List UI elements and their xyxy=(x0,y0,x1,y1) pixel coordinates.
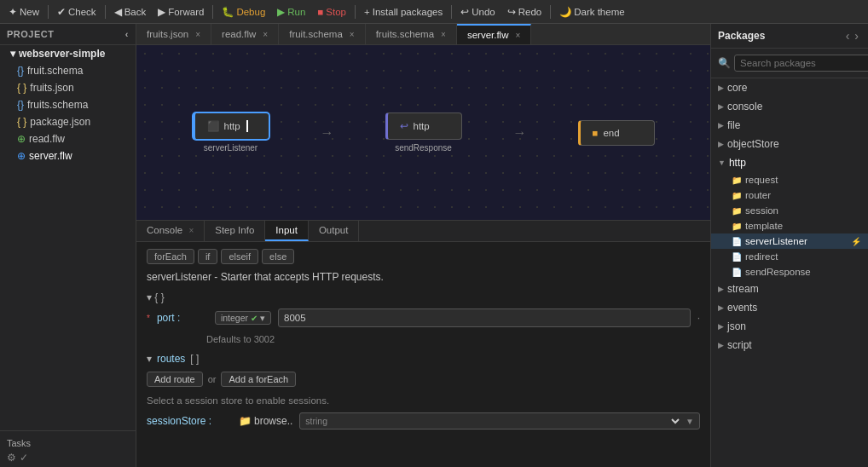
port-input[interactable] xyxy=(278,308,691,327)
back-icon: ◀ xyxy=(114,6,122,18)
sidebar-root-folder[interactable]: ▾ webserver-simple xyxy=(0,45,136,62)
debug-icon: 🐛 xyxy=(222,6,234,18)
pkg-file-label: file xyxy=(727,119,740,131)
session-browse[interactable]: 📁 browse.. xyxy=(239,415,292,427)
panel-tab-input[interactable]: Input xyxy=(265,221,309,241)
or-label: or xyxy=(208,374,217,384)
stop-button[interactable]: ■ Stop xyxy=(312,5,351,19)
forward-button[interactable]: ▶ Forward xyxy=(153,4,209,20)
pkg-console-label: console xyxy=(727,101,762,112)
pkg-sub-sendresponse[interactable]: 📄 sendResponse xyxy=(711,264,868,280)
pkg-category-core[interactable]: ▶ core xyxy=(711,78,868,97)
filter-buttons: forEach if elseif else xyxy=(147,249,700,264)
pkg-sub-serverlistener[interactable]: 📄 serverListener ⚡ xyxy=(711,234,868,249)
pkg-chevron-objectstore: ▶ xyxy=(718,140,724,148)
panel-tab-stepinfo[interactable]: Step Info xyxy=(205,221,265,241)
tasks-icons: ⚙ ✓ xyxy=(7,452,129,464)
add-route-button[interactable]: Add route xyxy=(147,372,203,387)
filter-foreach[interactable]: forEach xyxy=(147,249,194,264)
sidebar-item-fruits-json[interactable]: { } fruits.json xyxy=(0,79,136,96)
sidebar-item-read-flw[interactable]: ⊕ read.flw xyxy=(0,130,136,147)
package-file-icon: { } xyxy=(17,116,26,128)
pkg-chevron-http: ▼ xyxy=(718,159,726,167)
separator-1 xyxy=(48,5,49,19)
sidebar-collapse[interactable]: ‹ xyxy=(125,29,129,39)
pkg-category-http[interactable]: ▼ http xyxy=(711,153,868,172)
pkg-category-script[interactable]: ▶ script xyxy=(711,336,868,355)
port-type-badge[interactable]: integer ✔ ▾ xyxy=(215,311,271,325)
back-button[interactable]: ◀ Back xyxy=(109,4,152,20)
gear-icon[interactable]: ⚙ xyxy=(7,452,16,464)
filter-elseif[interactable]: elseif xyxy=(221,249,258,264)
sidebar-item-fruits-schema[interactable]: {} fruits.schema xyxy=(0,96,136,113)
pkg-nav-left[interactable]: ‹ xyxy=(843,29,853,43)
run-button[interactable]: ▶ Run xyxy=(272,4,310,20)
pkg-category-objectstore[interactable]: ▶ objectStore xyxy=(711,135,868,153)
debug-button[interactable]: 🐛 Debug xyxy=(217,4,270,20)
tab-server-flw[interactable]: server.flw × xyxy=(457,24,531,44)
pkg-sub-router[interactable]: 📁 router xyxy=(711,187,868,203)
close-tab-fruits-schema[interactable]: × xyxy=(441,30,446,39)
pkg-category-console[interactable]: ▶ console xyxy=(711,97,868,116)
check-task-icon[interactable]: ✓ xyxy=(20,452,28,464)
pkg-category-events[interactable]: ▶ events xyxy=(711,298,868,317)
browse-text: browse.. xyxy=(254,415,292,427)
cursor xyxy=(246,120,248,132)
new-button[interactable]: ✦ New xyxy=(3,4,44,20)
tasks-header: Tasks xyxy=(7,435,129,452)
node-end[interactable]: ■ end xyxy=(578,120,655,146)
dark-theme-button[interactable]: 🌙 Dark theme xyxy=(554,4,629,20)
pkg-sub-redirect[interactable]: 📄 redirect xyxy=(711,249,868,264)
node-sendresponse[interactable]: ↩ http xyxy=(385,112,462,140)
close-tab-read-flw[interactable]: × xyxy=(263,30,268,39)
node-wrapper-sendresponse: ↩ http sendResponse xyxy=(385,112,462,153)
sidebar: Project ‹ ▾ webserver-simple {} fruit.sc… xyxy=(0,24,136,467)
sidebar-item-server-flw[interactable]: ⊕ server.flw xyxy=(0,147,136,164)
node-serverlistener[interactable]: ⬛ http xyxy=(193,112,269,140)
pkg-category-json[interactable]: ▶ json xyxy=(711,317,868,336)
add-foreach-button[interactable]: Add a forEach xyxy=(221,372,296,387)
close-tab-fruit-schema[interactable]: × xyxy=(350,30,355,39)
pkg-sub-request[interactable]: 📁 request xyxy=(711,172,868,187)
pkg-nav-right[interactable]: › xyxy=(852,29,861,43)
tab-read-flw[interactable]: read.flw × xyxy=(211,24,279,44)
tasks-section: Tasks ⚙ ✓ xyxy=(0,430,136,467)
pkg-sub-template[interactable]: 📁 template xyxy=(711,218,868,234)
redo-button[interactable]: ↪ Redo xyxy=(502,4,547,20)
stop-icon: ■ xyxy=(317,7,323,17)
canvas[interactable]: ⬛ http serverListener → ↩ http sendRespo… xyxy=(136,45,710,220)
tab-fruits-schema[interactable]: fruits.schema × xyxy=(366,24,457,44)
pkg-template-label: template xyxy=(745,221,783,231)
main-area: Project ‹ ▾ webserver-simple {} fruit.sc… xyxy=(0,24,868,467)
separator-2 xyxy=(105,5,106,19)
routes-buttons: Add route or Add a forEach xyxy=(147,372,700,387)
close-tab-server-flw[interactable]: × xyxy=(515,31,520,40)
tab-fruit-schema[interactable]: fruit.schema × xyxy=(279,24,365,44)
filter-else[interactable]: else xyxy=(262,249,294,264)
close-console-tab[interactable]: × xyxy=(188,226,194,235)
packages-search-input[interactable] xyxy=(734,55,868,72)
pkg-category-file[interactable]: ▶ file xyxy=(711,116,868,135)
panel-tab-console[interactable]: Console × xyxy=(136,221,205,241)
pkg-lightning-icon: ⚡ xyxy=(851,237,861,246)
undo-button[interactable]: ↩ Undo xyxy=(455,4,501,20)
tab-fruits-json[interactable]: fruits.json × xyxy=(136,24,211,44)
pkg-sendresponse-label: sendResponse xyxy=(745,267,811,277)
pkg-category-stream[interactable]: ▶ stream xyxy=(711,280,868,298)
sidebar-item-package-json[interactable]: { } package.json xyxy=(0,113,136,130)
sidebar-item-fruit-schema[interactable]: {} fruit.schema xyxy=(0,62,136,79)
panel-tab-output[interactable]: Output xyxy=(309,221,360,241)
node-sendresponse-label: http xyxy=(414,121,430,131)
redo-icon: ↪ xyxy=(507,6,516,18)
node-http-icon: ⬛ xyxy=(207,120,219,132)
close-tab-fruits-json[interactable]: × xyxy=(195,30,200,39)
json-file-icon: { } xyxy=(17,82,26,94)
check-button[interactable]: ✔ Check xyxy=(52,4,101,20)
session-dropdown[interactable] xyxy=(331,415,682,427)
install-packages-button[interactable]: + Install packages xyxy=(359,5,448,19)
routes-arrow: ▾ xyxy=(147,353,152,365)
pkg-file-icon-serverlistener: 📄 xyxy=(732,237,742,246)
filter-if[interactable]: if xyxy=(198,249,218,264)
pkg-sub-session[interactable]: 📁 session xyxy=(711,203,868,218)
pkg-objectstore-label: objectStore xyxy=(727,138,779,150)
